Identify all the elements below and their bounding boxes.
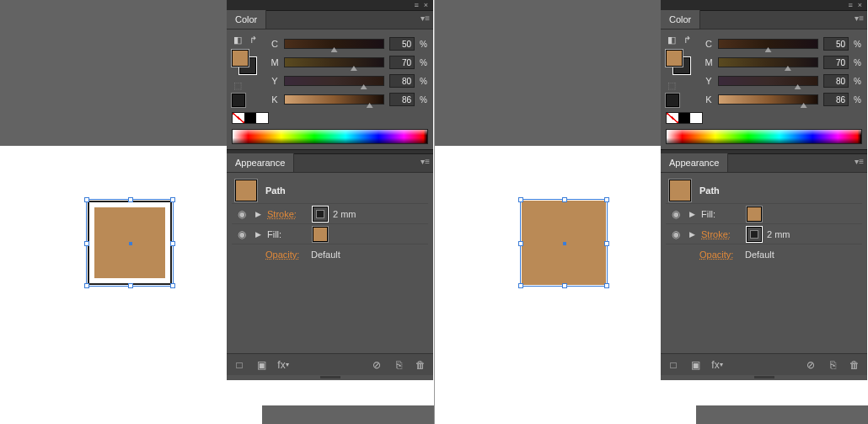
- appearance-tab[interactable]: Appearance: [227, 153, 294, 172]
- c-value[interactable]: 50: [389, 37, 415, 51]
- opacity-label[interactable]: Opacity:: [265, 250, 306, 260]
- k-value[interactable]: 86: [823, 93, 849, 106]
- visibility-icon[interactable]: ◉: [669, 228, 683, 240]
- fill-stroke-swatches[interactable]: [232, 50, 257, 75]
- clear-icon[interactable]: ⊘: [369, 357, 384, 373]
- stroke-value[interactable]: 2 mm: [767, 229, 790, 239]
- appearance-thumb: [669, 180, 691, 201]
- selected-rect-stroke[interactable]: [88, 201, 172, 285]
- m-value[interactable]: 70: [389, 56, 415, 69]
- m-label: M: [271, 57, 279, 67]
- color-panel: Color ▾≡ ◧ ↱ ⬚: [227, 11, 433, 149]
- comparison-divider: [434, 0, 435, 424]
- color-tab[interactable]: Color: [661, 10, 700, 29]
- selected-rect-fill[interactable]: [522, 201, 606, 285]
- delete-icon[interactable]: 🗑: [413, 357, 428, 373]
- color-spectrum[interactable]: [232, 129, 428, 144]
- panel-menu-icon[interactable]: ▾≡: [421, 13, 430, 23]
- fill-row[interactable]: ◉ ▶ Fill:: [232, 223, 428, 244]
- y-value[interactable]: 80: [389, 74, 415, 88]
- expand-icon[interactable]: ▶: [688, 210, 696, 218]
- clear-icon[interactable]: ⊘: [803, 357, 818, 373]
- y-slider[interactable]: [718, 76, 818, 86]
- delete-icon[interactable]: 🗑: [847, 357, 862, 373]
- visibility-icon[interactable]: ◉: [669, 208, 683, 220]
- new-art-basic-icon[interactable]: □: [666, 357, 681, 373]
- k-label: K: [271, 94, 279, 105]
- m-value[interactable]: 70: [823, 56, 849, 69]
- fill-swatch[interactable]: [747, 207, 762, 222]
- y-slider[interactable]: [284, 76, 384, 86]
- new-art-icon[interactable]: ▣: [254, 357, 269, 373]
- m-slider[interactable]: [284, 57, 384, 67]
- new-art-icon[interactable]: ▣: [688, 357, 703, 373]
- appearance-footer: □ ▣ fx▾ ⊘ ⎘ 🗑: [661, 353, 867, 375]
- out-of-gamut-swatch[interactable]: [232, 94, 245, 107]
- path-label: Path: [265, 185, 286, 196]
- stroke-label[interactable]: Stroke:: [701, 229, 742, 239]
- selected-rect-fill: [94, 207, 165, 278]
- fill-swatch[interactable]: [313, 227, 328, 242]
- close-icon[interactable]: ×: [858, 1, 862, 9]
- new-art-basic-icon[interactable]: □: [232, 357, 247, 373]
- c-slider[interactable]: [718, 39, 818, 49]
- k-value[interactable]: 86: [389, 93, 415, 106]
- add-effect-icon[interactable]: fx▾: [710, 357, 725, 373]
- cube-icon: ⬚: [232, 80, 244, 90]
- close-icon[interactable]: ×: [424, 1, 428, 9]
- swap-icon[interactable]: ↱: [681, 35, 693, 45]
- panel-menu-icon[interactable]: ▾≡: [855, 13, 864, 23]
- k-slider[interactable]: [284, 94, 384, 105]
- panel-menu-icon[interactable]: ▾≡: [855, 157, 864, 166]
- color-tab-label: Color: [235, 14, 257, 24]
- stroke-row[interactable]: ◉ ▶ Stroke: 2 mm: [232, 203, 428, 223]
- appearance-tab[interactable]: Appearance: [661, 153, 728, 172]
- path-label: Path: [699, 185, 720, 196]
- expand-icon[interactable]: ▶: [254, 230, 262, 239]
- expand-icon[interactable]: ▶: [254, 210, 262, 218]
- c-label: C: [271, 39, 279, 49]
- none-black-white-swatches[interactable]: [232, 112, 269, 124]
- k-slider[interactable]: [718, 94, 818, 105]
- opacity-label[interactable]: Opacity:: [699, 250, 740, 260]
- appearance-footer: □ ▣ fx▾ ⊘ ⎘ 🗑: [227, 353, 433, 375]
- add-effect-icon[interactable]: fx▾: [276, 357, 291, 373]
- opacity-value[interactable]: Default: [745, 250, 774, 260]
- color-tab[interactable]: Color: [227, 10, 266, 29]
- visibility-icon[interactable]: ◉: [235, 208, 249, 220]
- collapse-icon[interactable]: ≡: [414, 1, 418, 9]
- resize-handle[interactable]: [661, 375, 867, 380]
- appearance-panel: Appearance ▾≡ Path ◉ ▶ Fill: ◉ ▶ Stroke:: [661, 154, 867, 380]
- fill-stroke-swatches[interactable]: [666, 50, 691, 75]
- duplicate-icon[interactable]: ⎘: [825, 357, 840, 373]
- swap-icon[interactable]: ↱: [247, 35, 259, 45]
- duplicate-icon[interactable]: ⎘: [391, 357, 406, 373]
- expand-icon[interactable]: ▶: [688, 230, 696, 239]
- opacity-row[interactable]: Opacity: Default: [666, 244, 862, 264]
- visibility-icon[interactable]: ◉: [235, 228, 249, 240]
- opacity-value[interactable]: Default: [311, 250, 340, 260]
- panel-menu-icon[interactable]: ▾≡: [421, 157, 430, 166]
- m-slider[interactable]: [718, 57, 818, 67]
- stroke-label[interactable]: Stroke:: [267, 209, 308, 219]
- out-of-gamut-swatch[interactable]: [666, 94, 679, 107]
- stroke-swatch[interactable]: [313, 207, 328, 222]
- cube-icon: ⬚: [666, 80, 678, 90]
- stroke-swatch[interactable]: [747, 227, 762, 242]
- fill-stroke-icon[interactable]: ◧: [232, 35, 244, 45]
- stroke-row[interactable]: ◉ ▶ Stroke: 2 mm: [666, 223, 862, 244]
- appearance-thumb: [235, 180, 257, 201]
- color-spectrum[interactable]: [666, 129, 862, 144]
- fill-row[interactable]: ◉ ▶ Fill:: [666, 203, 862, 223]
- c-slider[interactable]: [284, 39, 384, 49]
- color-panel: Color ▾≡ ◧ ↱ ⬚: [661, 11, 867, 149]
- y-value[interactable]: 80: [823, 74, 849, 88]
- collapse-icon[interactable]: ≡: [848, 1, 852, 9]
- fill-stroke-icon[interactable]: ◧: [666, 35, 678, 45]
- none-black-white-swatches[interactable]: [666, 112, 703, 124]
- fill-label: Fill:: [701, 209, 742, 219]
- stroke-value[interactable]: 2 mm: [333, 209, 356, 219]
- c-value[interactable]: 50: [823, 37, 849, 51]
- resize-handle[interactable]: [227, 375, 433, 380]
- opacity-row[interactable]: Opacity: Default: [232, 244, 428, 264]
